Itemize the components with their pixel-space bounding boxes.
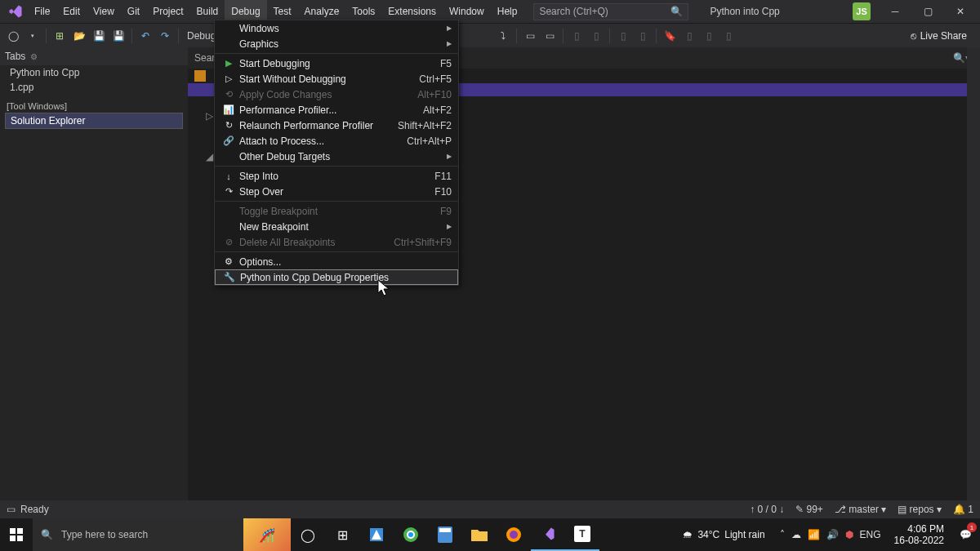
tool-btn-6[interactable]: ▯ <box>635 26 651 46</box>
gear-icon[interactable]: ⚙ <box>30 52 38 61</box>
tray-wifi-icon[interactable]: 📶 <box>808 529 820 540</box>
notification-button[interactable]: 💬 1 <box>951 529 980 540</box>
new-icon[interactable]: ⊞ <box>51 26 68 46</box>
undo-icon[interactable]: ↶ <box>137 26 154 46</box>
taskbar-search[interactable]: 🔍 Type here to search <box>33 518 243 551</box>
open-tab-file[interactable]: 1.cpp <box>0 80 188 95</box>
tray-lang[interactable]: ENG <box>860 529 881 540</box>
notification-badge: 1 <box>967 522 977 532</box>
menu-item-start-debugging[interactable]: ▶Start DebuggingF5 <box>215 56 458 71</box>
taskbar-vs[interactable] <box>531 518 565 551</box>
windows-icon <box>10 528 23 541</box>
weather-desc: Light rain <box>724 529 764 540</box>
menu-item-windows[interactable]: Windows▶ <box>215 20 458 36</box>
menu-item-python-into-cpp-debug-properties[interactable]: 🔧Python into Cpp Debug Properties <box>215 269 458 285</box>
status-bell[interactable]: 🔔 1 <box>953 504 973 515</box>
menu-item-shortcut: Ctrl+Shift+F9 <box>394 237 452 248</box>
tool-btn-1[interactable]: ▭ <box>522 26 538 46</box>
menu-view[interactable]: View <box>87 0 121 23</box>
menu-item-attach-to-process[interactable]: 🔗Attach to Process...Ctrl+Alt+P <box>215 133 458 149</box>
tool-btn-8[interactable]: ▯ <box>701 26 717 46</box>
menu-help[interactable]: Help <box>491 0 524 23</box>
status-changes[interactable]: ✎ 99+ <box>795 504 823 515</box>
tray-onedrive-icon[interactable]: ☁ <box>791 529 801 540</box>
tool-btn-4[interactable]: ▯ <box>588 26 604 46</box>
maximize-button[interactable]: ▢ <box>911 0 944 23</box>
bookmark-icon[interactable]: 🔖 <box>662 26 678 46</box>
submenu-arrow-icon: ▶ <box>447 24 452 32</box>
search-placeholder: Search (Ctrl+Q) <box>539 6 608 17</box>
taskbar-chrome[interactable] <box>394 518 428 551</box>
taskbar-app-t[interactable]: T <box>565 518 599 551</box>
menu-edit[interactable]: Edit <box>56 0 87 23</box>
tool-btn-9[interactable]: ▯ <box>720 26 737 46</box>
save-all-icon[interactable]: 💾 <box>110 26 127 46</box>
gear-icon: ⚙ <box>221 256 236 267</box>
search-box[interactable]: Search (Ctrl+Q) 🔍 <box>533 3 688 20</box>
menu-item-label: Start Debugging <box>236 58 310 69</box>
menu-item-step-over[interactable]: ↷Step OverF10 <box>215 184 458 199</box>
editor-scrollbar[interactable] <box>967 47 980 500</box>
menu-item-step-into[interactable]: ↓Step IntoF11 <box>215 168 458 184</box>
tool-btn-2[interactable]: ▭ <box>541 26 558 46</box>
menu-item-new-breakpoint[interactable]: New Breakpoint▶ <box>215 219 458 234</box>
menu-item-options[interactable]: ⚙Options... <box>215 254 458 269</box>
taskbar-firefox[interactable] <box>497 518 531 551</box>
liveshare-icon: ⎋ <box>911 30 916 42</box>
taskbar-taskview[interactable]: ⊞ <box>325 518 359 551</box>
status-icon: ▭ <box>7 504 16 515</box>
menu-item-label: Attach to Process... <box>236 136 324 147</box>
close-button[interactable]: ✕ <box>944 0 977 23</box>
tray-security-icon[interactable]: ⬢ <box>845 529 853 540</box>
menu-project[interactable]: Project <box>146 0 189 23</box>
tool-btn-3[interactable]: ▯ <box>568 26 585 46</box>
menu-item-start-without-debugging[interactable]: ▷Start Without DebuggingCtrl+F5 <box>215 71 458 87</box>
perf-icon: 📊 <box>221 104 236 115</box>
tool-btn-7[interactable]: ▯ <box>681 26 697 46</box>
menu-item-label: Step Over <box>236 186 283 198</box>
menu-item-performance-profiler[interactable]: 📊Performance Profiler...Alt+F2 <box>215 102 458 118</box>
status-updown[interactable]: ↑ 0 / 0 ↓ <box>750 504 784 515</box>
status-branch[interactable]: ⎇ master ▾ <box>835 504 886 515</box>
menu-git[interactable]: Git <box>121 0 146 23</box>
menu-item-apply-code-changes: ⟲Apply Code ChangesAlt+F10 <box>215 87 458 102</box>
menu-item-other-debug-targets[interactable]: Other Debug Targets▶ <box>215 149 458 164</box>
taskbar-datetime[interactable]: 4:06 PM 16-08-2022 <box>888 523 951 546</box>
menu-item-relaunch-performance-profiler[interactable]: ↻Relaunch Performance ProfilerShift+Alt+… <box>215 118 458 133</box>
svg-point-6 <box>408 532 413 537</box>
user-avatar[interactable]: JS <box>853 2 871 20</box>
save-icon[interactable]: 💾 <box>91 26 107 46</box>
tool-btn-5[interactable]: ▯ <box>615 26 631 46</box>
delete-icon: ⊘ <box>221 237 236 247</box>
back-icon[interactable]: ◯ <box>5 26 21 46</box>
play-green-icon: ▶ <box>221 58 236 69</box>
minimize-button[interactable]: ─ <box>879 0 911 23</box>
sidebar: Tabs ⚙ Python into Cpp 1.cpp [Tool Windo… <box>0 47 188 500</box>
apply-icon: ⟲ <box>221 89 236 100</box>
dropdown-icon[interactable]: ▾ <box>24 26 41 46</box>
start-button[interactable] <box>0 518 33 551</box>
menu-item-label: Step Into <box>236 171 278 182</box>
menu-file[interactable]: File <box>28 0 56 23</box>
status-repo[interactable]: ▤ repos ▾ <box>898 504 942 515</box>
taskbar-calc[interactable] <box>428 518 462 551</box>
open-tab-project[interactable]: Python into Cpp <box>0 65 188 80</box>
redo-icon[interactable]: ↷ <box>157 26 173 46</box>
solution-explorer-item[interactable]: Solution Explorer <box>5 113 183 129</box>
open-icon[interactable]: 📂 <box>71 26 87 46</box>
taskbar-app-news[interactable]: 🎢 <box>243 518 291 551</box>
weather-temp: 34°C <box>697 529 719 540</box>
menu-item-graphics[interactable]: Graphics▶ <box>215 36 458 51</box>
system-tray[interactable]: ˄ ☁ 📶 🔊 ⬢ ENG <box>773 529 888 540</box>
tray-volume-icon[interactable]: 🔊 <box>826 529 839 540</box>
taskbar-cortana[interactable]: ◯ <box>291 518 325 551</box>
liveshare-button[interactable]: ⎋ Live Share <box>902 30 975 42</box>
tray-chevron-icon[interactable]: ˄ <box>780 529 785 540</box>
step-icon[interactable]: ⤵ <box>495 26 511 46</box>
menu-item-label: Windows <box>236 23 279 34</box>
taskbar-explorer[interactable] <box>462 518 497 551</box>
menu-item-shortcut: F9 <box>440 206 452 217</box>
menu-item-label: Start Without Debugging <box>236 73 346 85</box>
taskbar-weather[interactable]: 🌧 34°C Light rain <box>675 529 773 540</box>
taskbar-app-1[interactable] <box>359 518 394 551</box>
